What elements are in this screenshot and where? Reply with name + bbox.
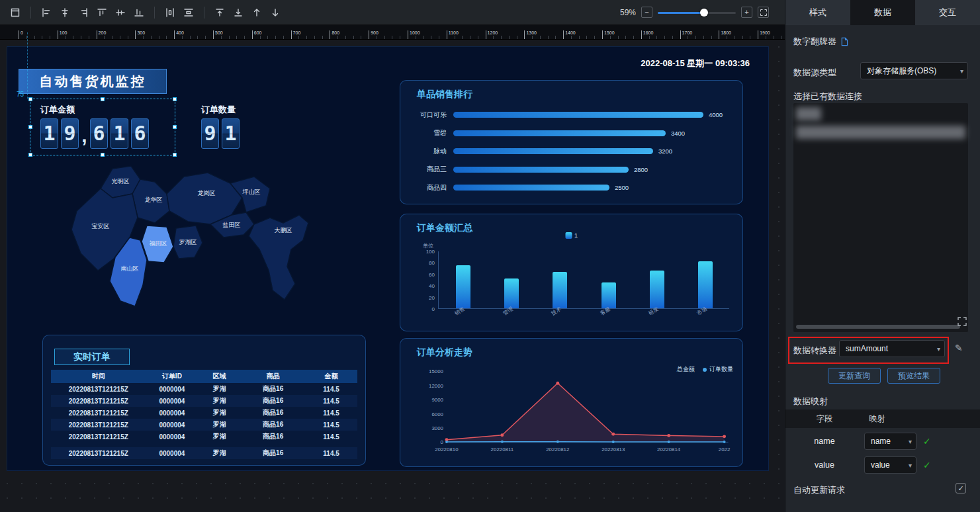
map-district-label: 宝安区	[92, 223, 110, 230]
resize-handle[interactable]	[101, 97, 105, 101]
trend-panel[interactable]: 订单分析走势 总金额 订单数量 030006000900012000150002…	[400, 338, 743, 467]
amount-summary-panel[interactable]: 订单金额汇总 1 单位 020406080100 销售管理技术客服研发市场	[400, 214, 743, 331]
map-widget[interactable]: 光明区龙华区宝安区龙岗区坪山区盐田区南山区福田区罗湖区大鹏区	[37, 159, 348, 338]
svg-text:2022: 2022	[719, 447, 731, 452]
distribute-vertical-icon[interactable]	[180, 5, 197, 21]
mapping-select-name-value: name	[871, 437, 891, 446]
table-cell: 0000004	[146, 450, 199, 457]
resize-handle[interactable]	[28, 125, 32, 129]
zoom-percent: 59%	[620, 8, 636, 17]
canvas-workspace[interactable]: 自动售货机监控 2022-08-15 星期一 09:03:36 订单金额 19,…	[0, 40, 785, 512]
tab-style[interactable]: 样式	[785, 0, 850, 25]
resize-handle[interactable]	[173, 97, 177, 101]
connection-list[interactable]	[793, 103, 968, 332]
table-cell: 罗湖	[198, 408, 241, 417]
orders-column-header: 时间	[51, 372, 146, 381]
converter-select[interactable]: sumAmount ▾	[839, 340, 945, 357]
chevron-down-icon: ▾	[909, 462, 912, 469]
redacted-connection-item[interactable]	[796, 107, 821, 120]
mapping-select-name[interactable]: name ▾	[864, 433, 916, 450]
align-horizontal-center-icon[interactable]	[56, 5, 73, 21]
align-left-icon[interactable]	[38, 5, 55, 21]
tab-data[interactable]: 数据	[850, 0, 915, 25]
tab-interaction[interactable]: 交互	[915, 0, 980, 25]
datasource-type-select[interactable]: 对象存储服务(OBS) ▾	[860, 62, 968, 79]
widget-name: 数字翻牌器	[793, 36, 836, 48]
table-cell: 罗湖	[198, 396, 241, 405]
realtime-orders-panel[interactable]: 实时订单 时间订单ID区域商品金额 20220813T121215Z000000…	[42, 335, 366, 466]
fit-screen-button[interactable]	[758, 7, 769, 18]
mapping-select-value[interactable]: value ▾	[864, 456, 916, 474]
zoom-out-button[interactable]: −	[641, 7, 652, 18]
edit-pencil-icon[interactable]: ✎	[955, 343, 963, 353]
toolbar: 59% − +	[0, 0, 785, 25]
table-row[interactable]: 20220813T121215Z0000004罗湖商品16114.5	[51, 431, 357, 443]
dashboard-title[interactable]: 自动售货机监控	[19, 69, 167, 94]
dashboard-canvas[interactable]: 自动售货机监控 2022-08-15 星期一 09:03:36 订单金额 19,…	[7, 46, 769, 471]
dashboard-timestamp[interactable]: 2022-08-15 星期一 09:03:36	[641, 58, 750, 69]
table-cell: 0000004	[146, 409, 199, 417]
bar-value-label: 4000	[709, 111, 723, 118]
ruler-label: 800	[330, 30, 339, 39]
bar	[453, 130, 666, 136]
resize-handle[interactable]	[173, 125, 177, 129]
table-cell: 商品16	[241, 448, 305, 458]
ruler-label: 400	[174, 30, 184, 39]
panel-title: 实时订单	[54, 349, 130, 365]
preview-result-button[interactable]: 预览结果	[887, 368, 940, 384]
table-cell: 20220813T121215Z	[51, 386, 146, 393]
bar-category-label: 可口可乐	[410, 110, 447, 120]
table-row[interactable]: 20220813T121215Z0000004罗湖商品16114.5	[51, 383, 357, 395]
zoom-slider-thumb[interactable]	[700, 9, 708, 17]
svg-text:20220814: 20220814	[657, 447, 681, 452]
converter-label: 数据转换器	[793, 345, 836, 357]
table-row[interactable]: 20220813T121215Z0000004罗湖商品16114.5	[51, 407, 357, 419]
ruler-label: 100	[58, 30, 67, 39]
table-row[interactable]: 20220813T121215Z0000004罗湖商品16114.5	[51, 395, 357, 407]
redacted-connection-item[interactable]	[796, 126, 965, 139]
document-icon[interactable]	[840, 37, 848, 46]
panel-title: 单品销售排行	[417, 89, 472, 101]
ruler-label: 1200	[486, 30, 498, 39]
align-right-icon[interactable]	[75, 5, 92, 21]
ruler-label: 1900	[758, 30, 770, 39]
update-query-button[interactable]: 更新查询	[828, 368, 881, 384]
send-to-back-icon[interactable]	[230, 5, 247, 21]
resize-handle[interactable]	[101, 153, 105, 157]
resize-handle[interactable]	[173, 153, 177, 157]
map-district-label: 大鹏区	[275, 227, 292, 234]
product-rank-panel[interactable]: 单品销售排行 可口可乐4000雪碧3400脉动3200商品三2800商品四250…	[400, 80, 743, 204]
auto-update-checkbox[interactable]: ✓	[956, 483, 966, 493]
move-up-icon[interactable]	[248, 5, 265, 21]
horizontal-scrollbar[interactable]	[796, 325, 960, 329]
align-vertical-center-icon[interactable]	[112, 5, 129, 21]
align-top-icon[interactable]	[93, 5, 111, 21]
move-down-icon[interactable]	[267, 5, 284, 21]
toolbar-divider	[154, 7, 155, 19]
resize-handle[interactable]	[28, 153, 32, 157]
table-row[interactable]: 20220813T121215Z0000004罗湖商品16114.5	[51, 419, 357, 431]
bring-to-front-icon[interactable]	[211, 5, 228, 21]
auto-update-label: 自动更新请求	[793, 484, 845, 496]
table-cell: 0000004	[146, 433, 199, 441]
zoom-in-button[interactable]: +	[741, 7, 752, 18]
distribute-horizontal-icon[interactable]	[161, 5, 179, 21]
bar	[453, 167, 629, 173]
orders-column-header: 订单ID	[146, 372, 199, 381]
zoom-slider[interactable]	[658, 9, 736, 17]
x-axis-tick-label: 研发	[647, 299, 670, 317]
selection-box[interactable]	[30, 99, 175, 155]
resize-handle[interactable]	[28, 97, 32, 101]
expand-icon[interactable]	[957, 316, 967, 327]
board-icon[interactable]	[7, 5, 24, 21]
kpi-count-digits[interactable]: 91	[201, 118, 240, 149]
ruler-label: 0	[19, 30, 23, 39]
zoom-slider-fill	[658, 12, 704, 14]
chevron-down-icon: ▾	[937, 345, 940, 353]
table-row[interactable]: 20220813T121215Z0000004罗湖商品16114.5	[51, 447, 357, 459]
ruler-label: 1700	[680, 30, 693, 39]
ruler-label: 1000	[408, 30, 420, 39]
align-bottom-icon[interactable]	[130, 5, 148, 21]
mapping-field-name: name	[785, 437, 864, 446]
data-mapping-label: 数据映射	[793, 396, 828, 407]
